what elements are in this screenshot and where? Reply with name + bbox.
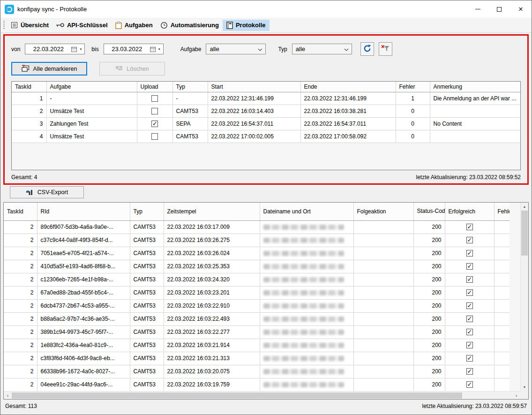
tab-aufgaben[interactable]: Aufgaben — [112, 20, 157, 31]
col-typ[interactable]: Typ — [172, 82, 208, 92]
erfolgreich-checkbox[interactable] — [466, 342, 473, 348]
col-start[interactable]: Start — [208, 82, 300, 92]
col-aufgabe[interactable]: Aufgabe — [46, 82, 137, 92]
cell-taskid: 2 — [4, 247, 37, 260]
demark-all-label: Alle demarkieren — [33, 66, 77, 72]
csv-export-button[interactable]: CSV-Export — [10, 186, 84, 198]
cell-dateiname-redacted — [260, 339, 353, 352]
erfolgreich-checkbox[interactable] — [466, 250, 473, 257]
scroll-left-icon[interactable]: ‹ — [4, 392, 12, 400]
cell-rid: 04eee91c-29ac-44fd-9ac6-... — [37, 378, 130, 391]
close-button[interactable]: ✕ — [510, 0, 532, 18]
tab-protokolle[interactable]: Protokolle — [223, 20, 270, 31]
upload-checkbox[interactable] — [151, 95, 158, 102]
tab-api-schluessel[interactable]: API-Schlüssel — [52, 20, 112, 30]
table-row[interactable]: 2 04eee91c-29ac-44fd-9ac6-... CAMT53 22.… — [4, 378, 510, 391]
table-row[interactable]: 2 89c6f907-5d3b-4a6a-9a0e-... CAMT53 22.… — [4, 220, 510, 234]
col-zeitstempel[interactable]: Zeitstempel — [164, 203, 260, 220]
cell-anmerkung: Die Anmeldung an der API war ... — [430, 92, 520, 105]
upload-checkbox[interactable] — [151, 121, 158, 127]
refresh-button[interactable] — [360, 42, 374, 56]
upload-checkbox[interactable] — [151, 133, 158, 140]
col-folgeaktion[interactable]: Folgeaktion — [353, 203, 413, 220]
col-taskid[interactable]: TaskId — [4, 203, 37, 220]
upload-checkbox[interactable] — [151, 108, 158, 114]
clear-filter-button[interactable] — [379, 42, 392, 56]
erfolgreich-checkbox[interactable] — [466, 302, 473, 309]
erfolgreich-checkbox[interactable] — [466, 224, 473, 230]
table-row[interactable]: 2 c12306eb-7265-4e1f-b98a-... CAMT53 22.… — [4, 273, 510, 286]
table-row[interactable]: 2 c37c9c44-0a8f-49f3-854f-d... CAMT53 22… — [4, 234, 510, 247]
erfolgreich-checkbox[interactable] — [466, 329, 473, 335]
cell-rid: 1e883fc2-436a-4ea0-81c9-... — [37, 339, 130, 352]
tab-label: Automatisierung — [171, 22, 219, 29]
table-row[interactable]: 2 389b1c94-9973-45c7-95f7-... CAMT53 22.… — [4, 325, 510, 339]
demark-all-button[interactable]: Alle demarkieren — [11, 62, 87, 75]
table-row[interactable]: 4 Umsätze Test CAMT53 22.03.2022 17:00:0… — [12, 130, 520, 143]
col-erfolgreich[interactable]: Erfolgreich — [445, 203, 494, 220]
cell-erfolgreich — [445, 312, 494, 325]
table-row[interactable]: 2 66338b96-1672-4a0c-8027-... CAMT53 22.… — [4, 365, 510, 378]
cell-fehler — [494, 286, 510, 299]
cell-status-code: 200 — [413, 247, 445, 260]
erfolgreich-checkbox[interactable] — [466, 316, 473, 322]
col-fehler[interactable]: Fehler — [396, 82, 430, 92]
erfolgreich-checkbox[interactable] — [466, 263, 473, 270]
table-row[interactable]: 2 1e883fc2-436a-4ea0-81c9-... CAMT53 22.… — [4, 339, 510, 352]
col-fehler[interactable]: Fehler — [494, 203, 510, 220]
table-row[interactable]: 2 Umsätze Test CAMT53 22.03.2022 16:03:1… — [12, 105, 520, 117]
col-ende[interactable]: Ende — [300, 82, 396, 92]
table-row[interactable]: 2 c3f83f6d-f406-4d3f-9ac8-eb... CAMT53 2… — [4, 352, 510, 365]
col-taskid[interactable]: TaskId — [12, 82, 46, 92]
erfolgreich-checkbox[interactable] — [466, 289, 473, 296]
tab-uebersicht[interactable]: Übersicht — [7, 20, 52, 30]
toolbar-grip[interactable] — [3, 21, 5, 30]
aufgabe-select[interactable]: alle — [206, 44, 266, 54]
erfolgreich-checkbox[interactable] — [466, 368, 473, 375]
horizontal-scroll-thumb[interactable] — [12, 392, 462, 399]
table-row[interactable]: 2 410d5a5f-e193-4ad6-8f68-b... CAMT53 22… — [4, 260, 510, 273]
col-typ[interactable]: Typ — [130, 203, 164, 220]
col-upload[interactable]: Upload — [137, 82, 172, 92]
date-to-picker[interactable]: 23.03.2022 ▼ — [104, 44, 164, 54]
col-dateiname[interactable]: Dateiname und Ort — [260, 203, 353, 220]
col-anmerkung[interactable]: Anmerkung — [430, 82, 520, 92]
minimize-button[interactable] — [467, 0, 488, 18]
tab-automatisierung[interactable]: Automatisierung — [157, 20, 223, 31]
cell-dateiname-redacted — [260, 247, 353, 260]
typ-select[interactable]: alle — [292, 44, 352, 54]
table-row[interactable]: 2 7051eae5-e705-4f21-a574-... CAMT53 22.… — [4, 247, 510, 260]
scroll-down-icon[interactable]: ▼ — [521, 383, 528, 391]
table-row[interactable]: 3 Zahlungen Test SEPA 22.03.2022 16:54:3… — [12, 117, 520, 130]
erfolgreich-checkbox[interactable] — [466, 276, 473, 283]
cell-taskid: 2 — [12, 105, 46, 117]
maximize-button[interactable] — [488, 0, 510, 18]
cell-dateiname-redacted — [260, 234, 353, 247]
table-row[interactable]: 2 67a0ed88-2bad-455f-b5c4-... CAMT53 22.… — [4, 286, 510, 299]
col-rid[interactable]: RId — [37, 203, 130, 220]
cell-rid: c37c9c44-0a8f-49f3-854f-d... — [37, 234, 130, 247]
table-row[interactable]: 2 b88a6ac2-97b7-4c36-ae35-... CAMT53 22.… — [4, 312, 510, 325]
vertical-scroll-thumb[interactable] — [521, 211, 528, 256]
erfolgreich-checkbox[interactable] — [466, 381, 473, 388]
chevron-down-icon[interactable]: ▼ — [157, 48, 163, 51]
table-row[interactable]: 1 - - 22.03.2022 12:31:46.199 22.03.2022… — [12, 92, 520, 105]
horizontal-scrollbar[interactable]: ‹ › — [4, 391, 520, 399]
delete-button[interactable]: Löschen — [99, 62, 165, 75]
chevron-down-icon[interactable]: ▼ — [78, 48, 84, 51]
table-row[interactable]: 2 6dcb4737-2b67-4c53-a955-... CAMT53 22.… — [4, 299, 510, 312]
scroll-right-icon[interactable]: › — [512, 392, 520, 400]
key-icon — [56, 23, 64, 28]
cell-erfolgreich — [445, 325, 494, 339]
vertical-scrollbar[interactable]: ▲ ▼ — [520, 203, 528, 391]
cell-taskid: 2 — [4, 365, 37, 378]
col-status-code[interactable]: Status-Code — [413, 203, 445, 220]
cell-erfolgreich — [445, 299, 494, 312]
erfolgreich-checkbox[interactable] — [466, 237, 473, 243]
scroll-up-icon[interactable]: ▲ — [521, 203, 528, 211]
cell-anmerkung — [430, 105, 520, 117]
erfolgreich-checkbox[interactable] — [466, 355, 473, 362]
csv-export-label: CSV-Export — [37, 189, 68, 196]
cell-fehler — [494, 365, 510, 378]
date-from-picker[interactable]: 22.03.2022 ▼ — [25, 44, 85, 54]
